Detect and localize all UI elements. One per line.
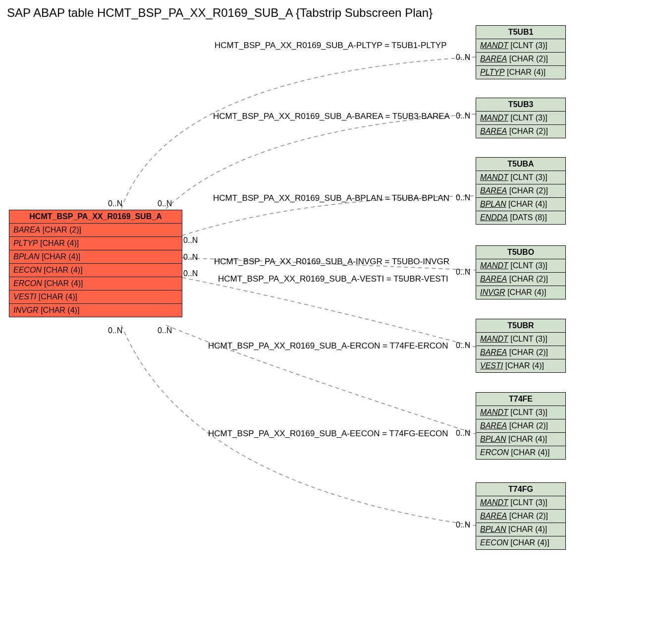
cardinality-label: 0..N [456,521,470,529]
ref-entity-name: T5UB1 [476,26,565,39]
field-row: MANDT [CLNT (3)] [476,171,565,184]
ref-entity-name: T5UBO [476,246,565,259]
cardinality-label: 0..N [183,269,198,278]
field-row: VESTI [CHAR (4)] [476,359,565,372]
field-row: BAREA [CHAR (2)] [476,53,565,66]
field-row: ENDDA [DATS (8)] [476,211,565,224]
field-row: MANDT [CLNT (3)] [476,496,565,510]
relation-label: HCMT_BSP_PA_XX_R0169_SUB_A-ERCON = T74FE… [208,341,448,351]
field-row: ERCON [CHAR (4)] [476,446,565,459]
relation-label: HCMT_BSP_PA_XX_R0169_SUB_A-BPLAN = T5UBA… [213,193,449,203]
ref-entity-name: T74FG [476,483,565,496]
cardinality-label: 0..N [183,236,198,245]
field-row: EECON [CHAR (4)] [476,536,565,549]
field-row: MANDT [CLNT (3)] [476,333,565,346]
ref-entity-name: T5UB3 [476,98,565,112]
field-row: VESTI [CHAR (4)] [9,291,182,304]
diagram-title: SAP ABAP table HCMT_BSP_PA_XX_R0169_SUB_… [7,6,433,20]
ref-entity-name: T5UBA [476,158,565,171]
cardinality-label: 0..N [158,326,172,335]
field-row: MANDT [CLNT (3)] [476,406,565,419]
field-row: BPLAN [CHAR (4)] [476,523,565,536]
main-entity-name: HCMT_BSP_PA_XX_R0169_SUB_A [9,210,182,224]
field-row: MANDT [CLNT (3)] [476,259,565,273]
field-row: BAREA [CHAR (2)] [476,510,565,523]
cardinality-label: 0..N [456,429,470,438]
field-row: EECON [CHAR (4)] [9,264,182,277]
ref-entity-name: T74FE [476,393,565,406]
field-row: BAREA [CHAR (2)] [476,346,565,359]
field-row: ERCON [CHAR (4)] [9,277,182,291]
cardinality-label: 0..N [456,341,470,350]
field-row: INVGR [CHAR (4)] [476,286,565,299]
ref-entity-t5ubr: T5UBR MANDT [CLNT (3)] BAREA [CHAR (2)] … [476,319,566,373]
cardinality-label: 0..N [456,112,470,120]
field-row: BPLAN [CHAR (4)] [9,250,182,264]
relation-label: HCMT_BSP_PA_XX_R0169_SUB_A-EECON = T74FG… [208,429,448,439]
ref-entity-t5ub1: T5UB1 MANDT [CLNT (3)] BAREA [CHAR (2)] … [476,25,566,79]
ref-entity-t5ubo: T5UBO MANDT [CLNT (3)] BAREA [CHAR (2)] … [476,245,566,299]
field-row: BAREA [CHAR (2)] [476,184,565,198]
ref-entity-t5uba: T5UBA MANDT [CLNT (3)] BAREA [CHAR (2)] … [476,157,566,225]
field-row: BPLAN [CHAR (4)] [476,433,565,446]
field-row: BAREA [CHAR (2)] [476,273,565,286]
cardinality-label: 0..N [456,268,470,277]
field-row: PLTYP [CHAR (4)] [9,237,182,250]
field-row: INVGR [CHAR (4)] [9,304,182,317]
cardinality-label: 0..N [183,253,198,262]
main-entity: HCMT_BSP_PA_XX_R0169_SUB_A BAREA [CHAR (… [9,210,182,317]
field-row: MANDT [CLNT (3)] [476,112,565,125]
ref-entity-t5ub3: T5UB3 MANDT [CLNT (3)] BAREA [CHAR (2)] [476,98,566,138]
ref-entity-t74fe: T74FE MANDT [CLNT (3)] BAREA [CHAR (2)] … [476,392,566,460]
cardinality-label: 0..N [456,53,470,62]
field-row: BAREA [CHAR (2)] [476,419,565,433]
field-row: MANDT [CLNT (3)] [476,39,565,53]
cardinality-label: 0..N [456,193,470,202]
field-row: BAREA [CHAR (2)] [9,224,182,237]
field-row: BPLAN [CHAR (4)] [476,198,565,211]
relation-label: HCMT_BSP_PA_XX_R0169_SUB_A-INVGR = T5UBO… [214,257,449,267]
relation-label: HCMT_BSP_PA_XX_R0169_SUB_A-BAREA = T5UB3… [213,112,450,121]
field-row: BAREA [CHAR (2)] [476,125,565,138]
ref-entity-t74fg: T74FG MANDT [CLNT (3)] BAREA [CHAR (2)] … [476,482,566,550]
cardinality-label: 0..N [108,326,122,335]
relation-label: HCMT_BSP_PA_XX_R0169_SUB_A-VESTI = T5UBR… [218,274,448,284]
field-row: PLTYP [CHAR (4)] [476,66,565,79]
cardinality-label: 0..N [108,199,122,208]
ref-entity-name: T5UBR [476,319,565,333]
cardinality-label: 0..N [158,199,172,208]
relation-label: HCMT_BSP_PA_XX_R0169_SUB_A-PLTYP = T5UB1… [215,41,447,51]
